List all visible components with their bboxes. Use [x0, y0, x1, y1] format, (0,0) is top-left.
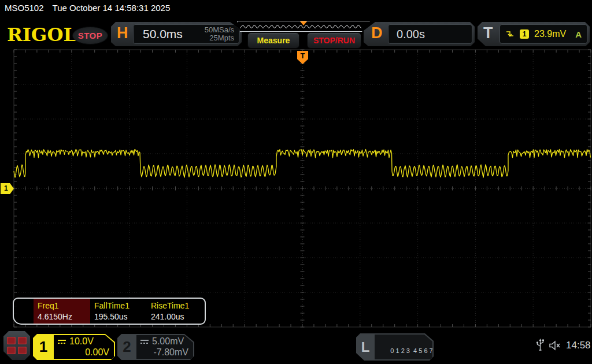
- measurement-item-freq1[interactable]: Freq1 4.6150Hz: [34, 299, 90, 324]
- dc-coupling-icon: [140, 339, 149, 344]
- channel1-scale: 10.0V: [69, 336, 94, 347]
- measurement-value: 4.6150Hz: [38, 312, 90, 321]
- menu-grid-icon: [7, 347, 16, 354]
- menu-grid-icon: [18, 347, 27, 354]
- channel2-offset: -7.80mV: [140, 347, 188, 358]
- logic-channel-list: 0 1 2 3 4 5 6 7 8 9 1011 12131415: [375, 335, 432, 359]
- channel1-panel[interactable]: 1 10.0V 0.00V: [33, 334, 115, 360]
- clock-label[interactable]: 14:58: [566, 340, 591, 351]
- channel2-panel[interactable]: 2 5.00mV -7.80mV: [117, 334, 194, 360]
- logic-analyzer-panel[interactable]: L 0 1 2 3 4 5 6 7 8 9 1011 12131415: [356, 333, 434, 361]
- menu-grid-icon: [18, 337, 27, 344]
- menu-grid-icon: [7, 337, 16, 344]
- measurement-label: FallTime1: [94, 301, 147, 310]
- logic-channels-row1: 0 1 2 3 4 5 6 7: [390, 347, 432, 354]
- channel2-scale: 5.00mV: [152, 336, 184, 347]
- measurement-item-falltime1[interactable]: FallTime1 195.50us: [90, 299, 147, 324]
- channel1-values: 10.0V 0.00V: [54, 335, 114, 359]
- measurement-label: Freq1: [38, 301, 90, 310]
- measurement-label: RiseTime1: [151, 301, 204, 310]
- measurement-item-risetime1[interactable]: RiseTime1 241.00us: [147, 299, 204, 324]
- oscilloscope-screen: MSO5102 Tue October 14 14:58:31 2025 RIG…: [0, 0, 592, 364]
- channel1-offset: 0.00V: [57, 347, 109, 358]
- measurement-value: 241.00us: [151, 312, 204, 321]
- channel1-number: 1: [33, 334, 54, 360]
- sound-muted-icon[interactable]: [549, 340, 563, 351]
- measurement-value: 195.50us: [94, 312, 147, 321]
- usb-icon: [535, 339, 545, 352]
- channel2-number: 2: [117, 334, 136, 360]
- channel2-values: 5.00mV -7.80mV: [136, 335, 193, 359]
- measurement-panel: Freq1 4.6150Hz FallTime1 195.50us RiseTi…: [13, 298, 206, 325]
- dc-coupling-icon: [57, 339, 66, 344]
